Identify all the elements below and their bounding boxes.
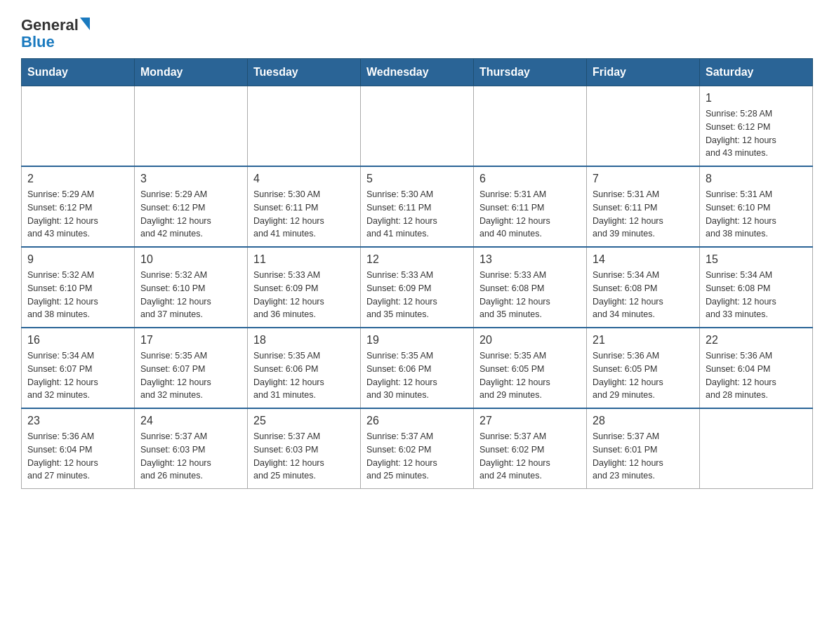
day-number: 16 (27, 334, 128, 347)
calendar-cell: 11Sunrise: 5:33 AM Sunset: 6:09 PM Dayli… (248, 247, 361, 328)
logo-arrow-icon (80, 18, 90, 30)
day-info: Sunrise: 5:33 AM Sunset: 6:08 PM Dayligh… (479, 269, 581, 321)
day-info: Sunrise: 5:35 AM Sunset: 6:05 PM Dayligh… (479, 349, 581, 402)
calendar-cell: 10Sunrise: 5:32 AM Sunset: 6:10 PM Dayli… (135, 247, 248, 328)
day-number: 2 (27, 173, 128, 185)
day-info: Sunrise: 5:29 AM Sunset: 6:12 PM Dayligh… (140, 188, 241, 241)
calendar-cell: 16Sunrise: 5:34 AM Sunset: 6:07 PM Dayli… (22, 328, 135, 408)
calendar-week-5: 23Sunrise: 5:36 AM Sunset: 6:04 PM Dayli… (22, 408, 813, 489)
day-number: 11 (253, 253, 355, 266)
calendar-cell (22, 86, 135, 167)
calendar-cell: 20Sunrise: 5:35 AM Sunset: 6:05 PM Dayli… (474, 328, 587, 408)
calendar-cell: 25Sunrise: 5:37 AM Sunset: 6:03 PM Dayli… (248, 408, 361, 489)
day-number: 26 (366, 415, 468, 427)
calendar-cell: 19Sunrise: 5:35 AM Sunset: 6:06 PM Dayli… (361, 328, 474, 408)
calendar-header-row: SundayMondayTuesdayWednesdayThursdayFrid… (22, 59, 813, 86)
page-header: General Blue (21, 14, 813, 51)
day-info: Sunrise: 5:31 AM Sunset: 6:10 PM Dayligh… (706, 188, 807, 241)
calendar-cell: 9Sunrise: 5:32 AM Sunset: 6:10 PM Daylig… (22, 247, 135, 328)
day-header-tuesday: Tuesday (248, 59, 361, 86)
day-number: 20 (479, 334, 581, 347)
day-number: 1 (706, 92, 807, 105)
day-info: Sunrise: 5:32 AM Sunset: 6:10 PM Dayligh… (140, 269, 241, 321)
calendar-cell: 13Sunrise: 5:33 AM Sunset: 6:08 PM Dayli… (474, 247, 587, 328)
day-info: Sunrise: 5:31 AM Sunset: 6:11 PM Dayligh… (593, 188, 694, 241)
day-info: Sunrise: 5:34 AM Sunset: 6:08 PM Dayligh… (593, 269, 694, 321)
day-info: Sunrise: 5:35 AM Sunset: 6:07 PM Dayligh… (140, 349, 241, 402)
day-number: 21 (593, 334, 694, 347)
day-info: Sunrise: 5:35 AM Sunset: 6:06 PM Dayligh… (366, 349, 468, 402)
day-number: 25 (253, 415, 355, 427)
calendar-week-1: 1Sunrise: 5:28 AM Sunset: 6:12 PM Daylig… (22, 86, 813, 167)
calendar-cell: 2Sunrise: 5:29 AM Sunset: 6:12 PM Daylig… (22, 166, 135, 247)
logo: General Blue (21, 14, 90, 51)
calendar-cell (135, 86, 248, 167)
day-number: 15 (706, 253, 807, 266)
day-info: Sunrise: 5:34 AM Sunset: 6:08 PM Dayligh… (706, 269, 807, 321)
calendar-cell: 6Sunrise: 5:31 AM Sunset: 6:11 PM Daylig… (474, 166, 587, 247)
day-number: 8 (706, 173, 807, 185)
day-number: 23 (27, 415, 128, 427)
calendar-cell (361, 86, 474, 167)
calendar-cell: 3Sunrise: 5:29 AM Sunset: 6:12 PM Daylig… (135, 166, 248, 247)
day-info: Sunrise: 5:30 AM Sunset: 6:11 PM Dayligh… (253, 188, 355, 241)
day-info: Sunrise: 5:37 AM Sunset: 6:03 PM Dayligh… (140, 430, 241, 483)
calendar-cell: 24Sunrise: 5:37 AM Sunset: 6:03 PM Dayli… (135, 408, 248, 489)
calendar-cell: 5Sunrise: 5:30 AM Sunset: 6:11 PM Daylig… (361, 166, 474, 247)
calendar-table: SundayMondayTuesdayWednesdayThursdayFrid… (21, 58, 813, 489)
calendar-cell: 17Sunrise: 5:35 AM Sunset: 6:07 PM Dayli… (135, 328, 248, 408)
day-info: Sunrise: 5:37 AM Sunset: 6:01 PM Dayligh… (593, 430, 694, 483)
day-info: Sunrise: 5:32 AM Sunset: 6:10 PM Dayligh… (27, 269, 128, 321)
calendar-cell: 1Sunrise: 5:28 AM Sunset: 6:12 PM Daylig… (700, 86, 813, 167)
day-info: Sunrise: 5:28 AM Sunset: 6:12 PM Dayligh… (706, 107, 807, 160)
day-number: 19 (366, 334, 468, 347)
calendar-cell: 22Sunrise: 5:36 AM Sunset: 6:04 PM Dayli… (700, 328, 813, 408)
calendar-cell: 23Sunrise: 5:36 AM Sunset: 6:04 PM Dayli… (22, 408, 135, 489)
day-number: 12 (366, 253, 468, 266)
day-number: 14 (593, 253, 694, 266)
calendar-cell: 4Sunrise: 5:30 AM Sunset: 6:11 PM Daylig… (248, 166, 361, 247)
day-number: 10 (140, 253, 241, 266)
calendar-cell: 27Sunrise: 5:37 AM Sunset: 6:02 PM Dayli… (474, 408, 587, 489)
day-number: 22 (706, 334, 807, 347)
calendar-cell: 28Sunrise: 5:37 AM Sunset: 6:01 PM Dayli… (587, 408, 700, 489)
day-header-wednesday: Wednesday (361, 59, 474, 86)
logo-general-text: General (21, 18, 79, 33)
calendar-cell: 14Sunrise: 5:34 AM Sunset: 6:08 PM Dayli… (587, 247, 700, 328)
day-info: Sunrise: 5:36 AM Sunset: 6:04 PM Dayligh… (27, 430, 128, 483)
calendar-cell (474, 86, 587, 167)
calendar-cell: 15Sunrise: 5:34 AM Sunset: 6:08 PM Dayli… (700, 247, 813, 328)
calendar-cell (248, 86, 361, 167)
day-info: Sunrise: 5:33 AM Sunset: 6:09 PM Dayligh… (253, 269, 355, 321)
day-number: 5 (366, 173, 468, 185)
logo-blue-text: Blue (21, 33, 55, 51)
day-number: 9 (27, 253, 128, 266)
calendar-week-4: 16Sunrise: 5:34 AM Sunset: 6:07 PM Dayli… (22, 328, 813, 408)
day-number: 7 (593, 173, 694, 185)
day-info: Sunrise: 5:35 AM Sunset: 6:06 PM Dayligh… (253, 349, 355, 402)
day-info: Sunrise: 5:36 AM Sunset: 6:05 PM Dayligh… (593, 349, 694, 402)
day-number: 6 (479, 173, 581, 185)
day-header-saturday: Saturday (700, 59, 813, 86)
day-info: Sunrise: 5:36 AM Sunset: 6:04 PM Dayligh… (706, 349, 807, 402)
day-number: 27 (479, 415, 581, 427)
day-info: Sunrise: 5:37 AM Sunset: 6:03 PM Dayligh… (253, 430, 355, 483)
calendar-cell: 8Sunrise: 5:31 AM Sunset: 6:10 PM Daylig… (700, 166, 813, 247)
day-number: 18 (253, 334, 355, 347)
calendar-cell: 18Sunrise: 5:35 AM Sunset: 6:06 PM Dayli… (248, 328, 361, 408)
day-number: 4 (253, 173, 355, 185)
day-info: Sunrise: 5:37 AM Sunset: 6:02 PM Dayligh… (479, 430, 581, 483)
day-number: 28 (593, 415, 694, 427)
day-info: Sunrise: 5:33 AM Sunset: 6:09 PM Dayligh… (366, 269, 468, 321)
calendar-cell: 12Sunrise: 5:33 AM Sunset: 6:09 PM Dayli… (361, 247, 474, 328)
day-header-friday: Friday (587, 59, 700, 86)
day-info: Sunrise: 5:30 AM Sunset: 6:11 PM Dayligh… (366, 188, 468, 241)
calendar-week-3: 9Sunrise: 5:32 AM Sunset: 6:10 PM Daylig… (22, 247, 813, 328)
day-header-sunday: Sunday (22, 59, 135, 86)
day-number: 17 (140, 334, 241, 347)
calendar-cell (700, 408, 813, 489)
calendar-cell: 21Sunrise: 5:36 AM Sunset: 6:05 PM Dayli… (587, 328, 700, 408)
day-header-thursday: Thursday (474, 59, 587, 86)
day-info: Sunrise: 5:29 AM Sunset: 6:12 PM Dayligh… (27, 188, 128, 241)
day-info: Sunrise: 5:31 AM Sunset: 6:11 PM Dayligh… (479, 188, 581, 241)
